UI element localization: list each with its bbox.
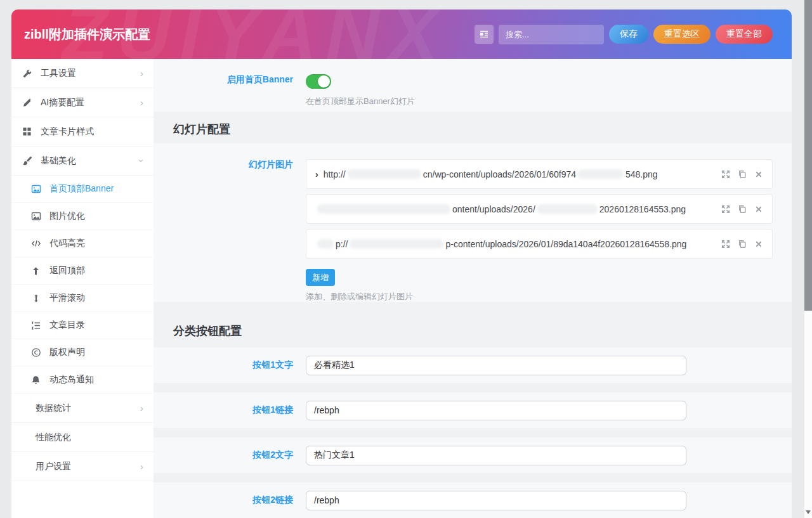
row-divider xyxy=(154,383,792,392)
wrench-icon xyxy=(22,68,32,79)
sidebar-item-performance[interactable]: 性能优化 xyxy=(11,423,154,452)
url-text: p:// xyxy=(336,239,348,249)
image-icon xyxy=(30,211,41,222)
slide-url-row[interactable]: p:// p-content/uploads/2026/01/89da140a4… xyxy=(306,229,773,259)
copy-icon[interactable] xyxy=(737,239,747,249)
censored-blur xyxy=(350,239,443,249)
header-controls: 保存 重置选区 重置全部 xyxy=(475,25,773,44)
sidebar-item-label: 数据统计 xyxy=(36,403,71,414)
field-label: 按钮2链接 xyxy=(154,495,293,506)
sidebar-item-article-toc[interactable]: 文章目录 xyxy=(11,312,154,339)
save-button[interactable]: 保存 xyxy=(609,25,648,44)
slide-url-row[interactable]: ontent/uploads/2026/ 20260128164553.png xyxy=(306,194,773,224)
sidebar-item-back-to-top[interactable]: 返回顶部 xyxy=(11,257,154,285)
slides-row: 幻灯片图片 › http:// cn/wp-content/uploads/20… xyxy=(154,143,792,302)
header: ZUIYANX zibll附加插件演示配置 保存 重置选区 重置全部 xyxy=(11,10,792,59)
censored-blur xyxy=(317,204,450,214)
form-row-button1-text: 按钮1文字 xyxy=(154,347,792,383)
chevron-right-icon: › xyxy=(315,169,318,179)
url-text: http:// xyxy=(324,169,346,179)
close-icon[interactable] xyxy=(754,204,763,214)
field-description: 在首页顶部显示Banner幻灯片 xyxy=(306,96,415,107)
main-content: 启用首页Banner 在首页顶部显示Banner幻灯片 幻灯片配置 幻灯片图片 … xyxy=(154,59,792,518)
bell-icon xyxy=(30,375,41,385)
sidebar-item-label: 首页顶部Banner xyxy=(49,183,114,195)
brush-icon xyxy=(22,155,32,166)
sidebar-item-label: 代码高亮 xyxy=(49,238,85,249)
sidebar-item-card-style[interactable]: 文章卡片样式 xyxy=(11,117,154,146)
close-icon[interactable] xyxy=(754,239,763,249)
button1-text-input[interactable] xyxy=(306,356,686,375)
scrollbar-down-arrow-icon[interactable] xyxy=(806,510,811,514)
close-icon[interactable] xyxy=(754,169,763,179)
sidebar-item-ai-summary[interactable]: AI摘要配置 › xyxy=(11,88,154,117)
form-row-button2-text: 按钮2文字 xyxy=(154,437,792,473)
reset-all-button[interactable]: 重置全部 xyxy=(716,25,773,44)
banner-toggle-row: 启用首页Banner 在首页顶部显示Banner幻灯片 xyxy=(154,59,792,112)
sidebar-item-label: 图片优化 xyxy=(49,210,85,222)
sidebar-item-label: 基础美化 xyxy=(41,155,76,167)
copy-icon[interactable] xyxy=(737,169,747,179)
reset-section-button[interactable]: 重置选区 xyxy=(653,25,710,44)
url-text: 20260128164553.png xyxy=(599,204,686,214)
censored-blur xyxy=(348,169,421,179)
menu-collapse-button[interactable] xyxy=(475,25,494,44)
field-label: 按钮1文字 xyxy=(154,359,293,371)
sidebar-item-smooth-scroll[interactable]: 平滑滚动 xyxy=(11,285,154,312)
chevron-right-icon: › xyxy=(140,403,143,413)
expand-icon[interactable] xyxy=(721,239,730,249)
arrows-vertical-icon xyxy=(30,293,41,304)
form-row-button1-link: 按钮1链接 xyxy=(154,392,792,428)
sidebar-item-data-stats[interactable]: 数据统计 › xyxy=(11,394,154,423)
copyright-icon xyxy=(30,347,41,358)
sidebar-item-label: 平滑滚动 xyxy=(49,292,85,304)
sidebar-item-basic-beautify[interactable]: 基础美化 › xyxy=(11,146,154,176)
sidebar-item-home-banner[interactable]: 首页顶部Banner xyxy=(11,176,154,203)
censored-blur xyxy=(578,169,624,179)
field-label: 启用首页Banner xyxy=(154,74,293,112)
sidebar-item-label: 工具设置 xyxy=(41,68,76,79)
scrollbar[interactable] xyxy=(804,0,812,518)
sidebar-item-label: 返回顶部 xyxy=(49,265,85,276)
settings-panel: ZUIYANX zibll附加插件演示配置 保存 重置选区 重置全部 工具设置 … xyxy=(11,10,792,518)
censored-blur xyxy=(317,239,334,249)
button2-link-input[interactable] xyxy=(306,491,686,510)
sidebar-item-user-settings[interactable]: 用户设置 › xyxy=(11,452,154,481)
banner-toggle-switch[interactable] xyxy=(306,74,331,89)
sidebar: 工具设置 › AI摘要配置 › 文章卡片样式 基础美化 xyxy=(11,59,154,518)
sidebar-item-label: AI摘要配置 xyxy=(41,97,84,108)
sidebar-item-label: 文章卡片样式 xyxy=(41,126,94,138)
scrollbar-thumb[interactable] xyxy=(804,0,812,311)
row-divider xyxy=(154,473,792,482)
chevron-right-icon: › xyxy=(140,98,143,107)
copy-icon[interactable] xyxy=(737,204,747,214)
field-label: 按钮1链接 xyxy=(154,405,293,416)
sidebar-item-code-highlight[interactable]: 代码高亮 xyxy=(11,230,154,257)
expand-icon[interactable] xyxy=(721,169,730,179)
indent-list-icon xyxy=(479,29,489,39)
row-divider xyxy=(154,428,792,437)
form-row-button2-link: 按钮2链接 xyxy=(154,482,792,518)
sidebar-item-copyright[interactable]: 版权声明 xyxy=(11,339,154,366)
toggle-knob xyxy=(318,75,330,87)
button2-text-input[interactable] xyxy=(306,446,686,465)
magic-pen-icon xyxy=(22,97,32,108)
sidebar-item-label: 版权声明 xyxy=(49,347,85,358)
add-slide-button[interactable]: 新增 xyxy=(306,269,335,286)
url-text: ontent/uploads/2026/ xyxy=(452,204,535,214)
ordered-list-icon xyxy=(30,320,41,331)
sidebar-item-label: 动态岛通知 xyxy=(49,374,94,385)
sidebar-item-tools[interactable]: 工具设置 › xyxy=(11,59,154,88)
slide-url-row[interactable]: › http:// cn/wp-content/uploads/2026/01/… xyxy=(306,159,773,189)
chevron-right-icon: › xyxy=(140,462,143,471)
sidebar-item-image-optimize[interactable]: 图片优化 xyxy=(11,203,154,230)
url-text: p-content/uploads/2026/01/89da140a4f2026… xyxy=(445,239,686,249)
grid-icon xyxy=(22,126,32,137)
sidebar-item-label: 文章目录 xyxy=(49,320,85,331)
sidebar-item-dynamic-island[interactable]: 动态岛通知 xyxy=(11,366,154,394)
expand-icon[interactable] xyxy=(721,204,730,214)
censored-blur xyxy=(537,204,598,214)
code-icon xyxy=(30,238,41,249)
search-input[interactable] xyxy=(499,25,604,44)
button1-link-input[interactable] xyxy=(306,401,686,420)
